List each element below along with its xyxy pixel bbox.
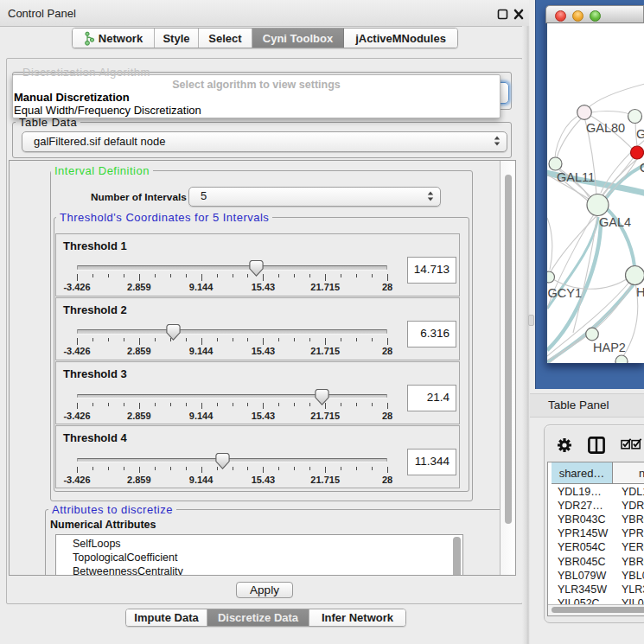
svg-text:HAP2: HAP2 [593, 341, 626, 354]
svg-text:GCY1: GCY1 [548, 286, 583, 300]
svg-text:GAL80: GAL80 [586, 121, 625, 135]
svg-text:GAL4: GAL4 [599, 215, 631, 229]
svg-text:GA: GA [636, 127, 644, 141]
svg-text:G: G [640, 161, 644, 175]
svg-text:GAL11: GAL11 [557, 170, 595, 184]
svg-text:H: H [636, 285, 644, 299]
